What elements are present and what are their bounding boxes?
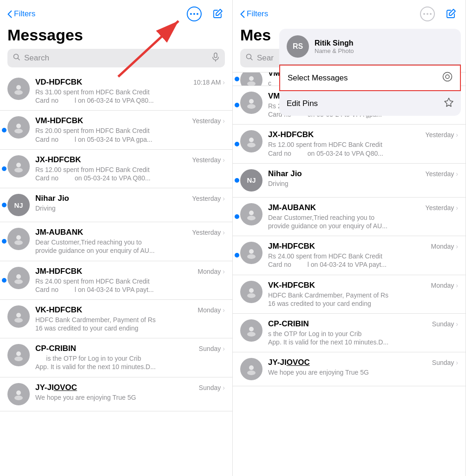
svg-point-21 — [14, 396, 23, 400]
message-time: Yesterday › — [192, 156, 225, 164]
avatar — [240, 242, 263, 264]
svg-point-7 — [14, 90, 23, 95]
svg-point-18 — [16, 351, 21, 356]
message-content: CP-CRIBIN Sunday › is the OTP for Log in… — [35, 344, 225, 371]
list-item[interactable]: JM-HDFCBK Monday › Rs 24.00 spent from H… — [233, 236, 466, 275]
sender-name: JX-HDFCBK — [35, 155, 81, 165]
select-messages-button[interactable]: Select Messages — [279, 65, 461, 91]
message-content: VM-HDFCBK Yesterday › Rs 20.00 spent fro… — [35, 116, 225, 143]
left-back-button[interactable]: Filters — [7, 9, 35, 19]
svg-point-14 — [16, 274, 21, 279]
left-compose-button[interactable] — [210, 7, 225, 21]
svg-point-35 — [247, 216, 256, 220]
message-time: Sunday › — [199, 384, 225, 391]
avatar — [240, 281, 263, 303]
svg-line-3 — [18, 59, 20, 60]
unread-indicator — [235, 142, 239, 146]
svg-line-25 — [251, 59, 253, 60]
sender-name: JY-JIOVOC — [35, 383, 77, 392]
message-time: Monday › — [431, 243, 458, 250]
unread-indicator — [2, 166, 7, 171]
unread-indicator — [235, 214, 239, 219]
message-content: VD-HDFCBK 10:18 AM › Rs 31.00 spent from… — [35, 78, 225, 105]
right-back-button[interactable]: Filters — [240, 9, 268, 19]
sender-name: VK-HDFCBK — [268, 281, 315, 290]
message-content: CP-CRIBIN Sunday › s the OTP for Log in … — [268, 319, 458, 346]
avatar: NJ — [7, 194, 30, 216]
message-time: Yesterday › — [192, 195, 225, 202]
message-preview: Driving — [268, 179, 458, 188]
svg-point-20 — [16, 390, 21, 395]
avatar — [240, 358, 263, 380]
svg-point-38 — [249, 288, 254, 293]
message-preview: Rs 24.00 spent from HDFC Bank CreditCard… — [35, 277, 225, 294]
sender-name: Nihar Jio — [35, 194, 69, 203]
list-item[interactable]: VK-HDFCBK Monday › HDFC Bank Cardmember,… — [233, 275, 466, 314]
list-item[interactable]: JM-HDFCBK Monday › Rs 24.00 spent from H… — [0, 261, 232, 300]
list-item[interactable]: JY-JIOVOC Sunday › We hope you are enjoy… — [233, 352, 466, 386]
list-item[interactable]: VK-HDFCBK Monday › HDFC Bank Cardmember,… — [0, 300, 232, 338]
left-search-bar[interactable]: Search — [7, 49, 225, 67]
list-item[interactable]: JX-HDFCBK Yesterday › Rs 12.00 spent fro… — [233, 125, 466, 163]
svg-point-34 — [249, 211, 254, 215]
list-item[interactable]: NJ Nihar Jio Yesterday › Driving — [0, 188, 232, 222]
sender-name: JY-JIOVOC — [268, 358, 310, 367]
message-preview: Rs 20.00 spent from HDFC Bank CreditCard… — [35, 126, 225, 143]
list-item[interactable]: NJ Nihar Jio Yesterday › Driving — [233, 164, 466, 198]
message-content: JM-AUBANK Yesterday › Dear Customer,Trie… — [35, 228, 225, 255]
list-item[interactable]: JY-JIOVOC Sunday › We hope you are enjoy… — [0, 377, 232, 411]
list-item[interactable]: JM-AUBANK Yesterday › Dear Customer,Trie… — [233, 198, 466, 236]
profile-subtitle: Name & Photo — [315, 47, 354, 54]
select-messages-label: Select Messages — [288, 73, 348, 83]
list-item[interactable]: JX-HDFCBK Yesterday › Rs 12.00 spent fro… — [0, 150, 232, 188]
svg-point-6 — [16, 85, 21, 90]
sender-name: CP-CRIBIN — [35, 344, 76, 353]
right-phone-panel: Filters Mes RS — [233, 0, 466, 476]
sender-name: JX-HDFCBK — [268, 130, 314, 139]
edit-pins-button[interactable]: Edit Pins — [279, 91, 461, 116]
message-content: JM-HDFCBK Monday › Rs 24.00 spent from H… — [35, 267, 225, 294]
svg-point-15 — [14, 279, 23, 284]
left-more-button[interactable] — [187, 7, 202, 21]
list-item[interactable]: CP-CRIBIN Sunday › is the OTP for Log in… — [0, 338, 232, 377]
message-content: JX-HDFCBK Yesterday › Rs 12.00 spent fro… — [35, 155, 225, 182]
avatar — [7, 344, 30, 366]
unread-indicator — [235, 178, 239, 183]
sender-name: JM-AUBANK — [35, 228, 83, 237]
message-preview: Rs 12.00 spent from HDFC Bank CreditCard… — [268, 140, 458, 157]
avatar — [240, 92, 263, 114]
sender-name: CP-CRIBIN — [268, 319, 309, 329]
left-header-icons — [187, 7, 225, 21]
left-page-title: Messages — [0, 24, 232, 49]
message-content: JY-JIOVOC Sunday › We hope you are enjoy… — [35, 383, 225, 402]
message-time: 10:18 AM › — [193, 79, 225, 86]
svg-point-8 — [16, 124, 21, 128]
message-content: Nihar Jio Yesterday › Driving — [35, 194, 225, 212]
svg-point-29 — [247, 81, 256, 86]
message-preview: Rs 12.00 spent from HDFC Bank CreditCard… — [35, 165, 225, 182]
edit-pins-label: Edit Pins — [287, 99, 318, 108]
list-item[interactable]: CP-CRIBIN Sunday › s the OTP for Log in … — [233, 314, 466, 352]
message-preview: HDFC Bank Cardmember, Payment of Rs16 wa… — [268, 291, 458, 308]
svg-point-32 — [249, 138, 254, 142]
avatar — [240, 319, 263, 342]
list-item[interactable]: JM-AUBANK Yesterday › Dear Customer,Trie… — [0, 222, 232, 261]
svg-rect-4 — [214, 53, 217, 58]
right-search-icon — [246, 53, 253, 63]
unread-indicator — [235, 103, 239, 107]
svg-point-12 — [16, 235, 21, 240]
message-time: Yesterday › — [426, 204, 458, 212]
sender-name: VK-HDFCBK — [35, 305, 82, 315]
profile-menu-item[interactable]: RS Ritik Singh Name & Photo — [279, 29, 461, 65]
sender-name: JM-AUBANK — [268, 203, 316, 212]
right-compose-button[interactable] — [443, 7, 458, 21]
list-item[interactable]: VD-HDFCBK 10:18 AM › Rs 31.00 spent from… — [0, 72, 232, 111]
avatar — [7, 116, 30, 139]
right-more-button[interactable] — [420, 7, 435, 21]
checkmark-circle-icon — [442, 72, 453, 84]
compose-icon — [212, 8, 223, 20]
list-item[interactable]: VM-HDFCBK Yesterday › Rs 20.00 spent fro… — [0, 111, 232, 149]
message-time: Yesterday › — [192, 117, 225, 125]
message-time: Sunday › — [199, 345, 225, 352]
svg-point-37 — [247, 254, 256, 259]
